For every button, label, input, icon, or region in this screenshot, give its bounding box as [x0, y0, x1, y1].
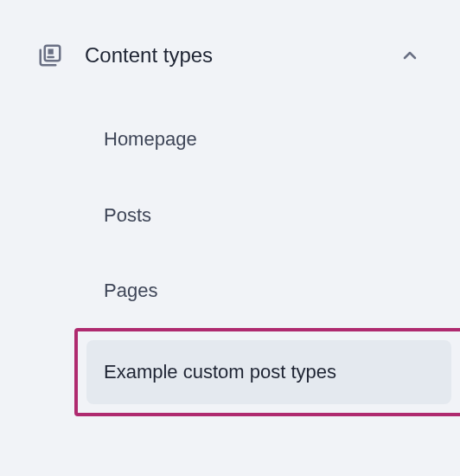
content-types-icon: [36, 42, 64, 69]
svg-rect-1: [48, 49, 54, 55]
submenu-item-label: Pages: [104, 280, 157, 301]
submenu-item-posts[interactable]: Posts: [86, 185, 434, 246]
submenu-item-homepage[interactable]: Homepage: [86, 109, 434, 170]
menu-title: Content types: [85, 43, 379, 68]
submenu: Homepage Posts Pages Example custom post…: [26, 76, 434, 416]
highlight-box: Example custom post types: [74, 328, 460, 416]
submenu-item-label: Homepage: [104, 128, 197, 150]
chevron-up-icon: [399, 45, 420, 66]
menu-header-content-types[interactable]: Content types: [26, 35, 434, 76]
submenu-item-example-custom-post-types[interactable]: Example custom post types: [86, 340, 451, 404]
submenu-item-label: Example custom post types: [104, 361, 336, 383]
submenu-item-pages[interactable]: Pages: [86, 261, 434, 321]
submenu-item-label: Posts: [104, 204, 151, 226]
